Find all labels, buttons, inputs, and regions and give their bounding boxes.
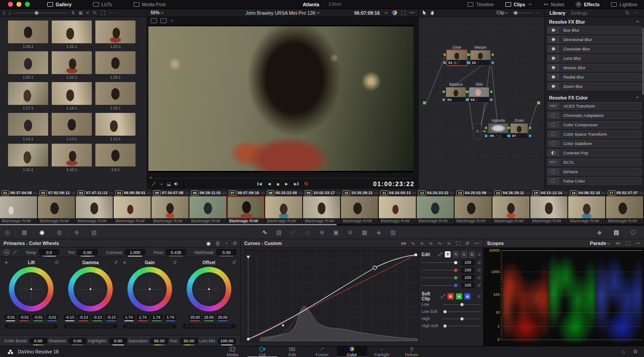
expand-viewer-icon[interactable] <box>401 11 406 15</box>
r-channel-value[interactable]: 100 <box>461 267 475 273</box>
gamma-reset-icon[interactable]: ↺ <box>111 260 120 266</box>
tab-settings[interactable]: Settings <box>570 9 588 17</box>
camera-raw-icon[interactable]: ◎ <box>0 228 14 237</box>
gallery-still[interactable]: 1.22.1 <box>50 51 94 79</box>
library-item[interactable]: Contrast Pop <box>547 149 641 157</box>
still-thumbnail[interactable] <box>8 21 48 43</box>
timeline-clip[interactable]: 1604:56:32:15V1Blackmagic RAW <box>568 189 606 224</box>
lift-value[interactable]: -0.01 <box>4 315 16 320</box>
sat-vs-sat-icon[interactable]: ∿ <box>447 241 451 246</box>
timeline-clip[interactable]: 0406:09:38:01V1Blackmagic RAW <box>114 189 152 224</box>
clip-thumbnail[interactable] <box>530 196 568 218</box>
scope-expand-icon[interactable] <box>626 241 630 245</box>
contrast-value[interactable]: 1.000 <box>125 249 145 255</box>
channel-g-button[interactable]: G <box>461 251 467 257</box>
gallery-still[interactable]: 1.13.1 <box>50 113 94 141</box>
project-manager-icon[interactable]: ⌂ <box>622 349 625 355</box>
low-slider[interactable] <box>443 304 481 305</box>
go-to-last-frame-button[interactable]: ▶ <box>294 182 298 186</box>
gamma-value[interactable]: -0.13 <box>105 315 117 320</box>
stop-button[interactable]: ■ <box>276 182 279 187</box>
g-channel-slider[interactable] <box>422 278 459 278</box>
temp-value[interactable]: 0.0 <box>39 249 59 255</box>
clip-thumbnail[interactable] <box>455 196 492 218</box>
gallery-still[interactable]: 1.26.1 <box>6 21 50 49</box>
effects-button[interactable]: fx Effects <box>572 1 603 8</box>
lift-master-wheel[interactable] <box>4 324 58 328</box>
clip-thumbnail[interactable] <box>0 196 38 218</box>
node-glow[interactable]: Glow 01▥ ╱ <box>447 50 467 66</box>
still-thumbnail[interactable] <box>52 51 92 74</box>
curves-expand-icon[interactable] <box>456 241 460 245</box>
chevron-down-icon[interactable] <box>160 182 163 185</box>
b-channel-value[interactable]: 100 <box>461 282 475 288</box>
stereo-3d-icon[interactable]: ▥ <box>386 228 400 237</box>
timeline-clip[interactable]: 0207:02:09:12V1Blackmagic RAW <box>38 189 76 224</box>
still-thumbnail[interactable] <box>52 113 92 136</box>
single-clip-view-icon[interactable] <box>151 18 157 23</box>
viewer-options-icon[interactable]: ⋯ <box>410 10 415 16</box>
nodes-button[interactable]: ●● Nodes <box>540 1 568 8</box>
thumbnail-view-icon[interactable]: ▦ <box>78 10 82 15</box>
lum-mix-value[interactable]: 100.00 <box>218 338 236 344</box>
gang-channels-icon[interactable] <box>438 252 443 257</box>
offset-reset-icon[interactable]: ↺ <box>230 260 238 266</box>
high-slider[interactable] <box>443 319 481 319</box>
lightbox-button[interactable]: Lightbox <box>607 1 641 8</box>
still-thumbnail[interactable] <box>95 21 135 43</box>
clip-thumbnail[interactable] <box>341 196 379 218</box>
hue-vs-sat-icon[interactable]: ∿ <box>420 241 424 246</box>
soft-clip-g-button[interactable]: G <box>456 293 462 299</box>
library-item[interactable]: Color Stabilizer <box>547 140 641 147</box>
gallery-still[interactable]: 1.10.1 <box>50 144 94 172</box>
gamma-value[interactable]: -0.13 <box>78 315 90 320</box>
timeline-clip[interactable]: 0307:47:11:13V1Blackmagic RAW <box>76 189 114 224</box>
clip-thumbnail[interactable] <box>114 196 152 218</box>
list-view-icon[interactable]: ≡ <box>86 10 89 15</box>
library-item[interactable]: Radial Blur <box>547 73 641 81</box>
loop-playback-icon[interactable]: ↻ <box>304 181 308 187</box>
library-item[interactable]: ACESACES Transform <box>547 102 641 110</box>
clip-thumbnail[interactable] <box>38 196 76 218</box>
gallery-still[interactable]: 1.19.1 <box>94 51 137 79</box>
stills-panel-toggle-icon[interactable]: ▯ <box>3 10 5 15</box>
timeline-clip[interactable]: 1504:13:12:14V1Blackmagic RAW <box>530 189 568 224</box>
gallery-still[interactable]: 1.25.1 <box>50 21 94 49</box>
clip-thumbnail[interactable] <box>303 196 341 218</box>
color-boost-value[interactable]: 0.00 <box>29 338 47 344</box>
info-icon[interactable]: i <box>626 228 640 237</box>
reset-icon[interactable]: ↺ <box>477 275 481 280</box>
library-item[interactable]: Box Blur <box>547 26 641 34</box>
lift-value[interactable]: -0.01 <box>18 315 30 320</box>
sort-icon[interactable]: ⇅ <box>71 10 75 15</box>
eyedropper-icon[interactable] <box>286 228 300 237</box>
pivot-value[interactable]: 0.435 <box>166 249 186 255</box>
timeline-clip[interactable]: 1010:25:39:21V1Blackmagic RAW <box>341 189 379 224</box>
blur-palette-icon[interactable]: ⊚ <box>343 228 357 237</box>
maximize-window-icon[interactable] <box>25 2 30 7</box>
clips-button[interactable]: Clips <box>501 1 537 8</box>
channel-y-button[interactable]: Y <box>445 251 451 257</box>
reset-icon[interactable]: ↺ <box>477 268 481 273</box>
timeline-clip[interactable]: 1204:24:33:22V1Blackmagic RAW <box>417 189 455 224</box>
crosshair-icon[interactable]: ✛ <box>120 260 129 265</box>
library-item[interactable]: Color Compressor <box>547 121 641 129</box>
still-thumbnail[interactable] <box>52 21 92 43</box>
library-item[interactable]: Lens Blur <box>547 54 641 62</box>
timeline-clip[interactable]: 0910:02:33:17V1Blackmagic RAW <box>303 189 341 224</box>
gamma-value[interactable]: -0.13 <box>91 315 103 320</box>
rgb-mixer-icon[interactable]: ⊕ <box>70 228 84 237</box>
color-wheels-icon[interactable]: ◉ <box>35 228 49 237</box>
still-thumbnail[interactable] <box>8 82 48 105</box>
gain-value[interactable]: 1.74 <box>137 315 149 320</box>
offset-color-wheel[interactable] <box>187 267 231 311</box>
offset-value[interactable]: 25.00 <box>217 315 229 320</box>
tint-value[interactable]: 0.00 <box>77 249 98 255</box>
pan-tool-icon[interactable] <box>430 10 435 15</box>
node-view-mode[interactable]: Clip <box>496 10 509 15</box>
still-thumbnail[interactable] <box>95 51 135 74</box>
gamma-value[interactable]: -0.13 <box>64 315 76 320</box>
soft-clip-reset-icon[interactable]: ↺ <box>477 294 481 299</box>
gallery-options-icon[interactable]: ⋯ <box>109 10 114 16</box>
grab-still-icon[interactable]: ⤓ <box>9 10 11 16</box>
